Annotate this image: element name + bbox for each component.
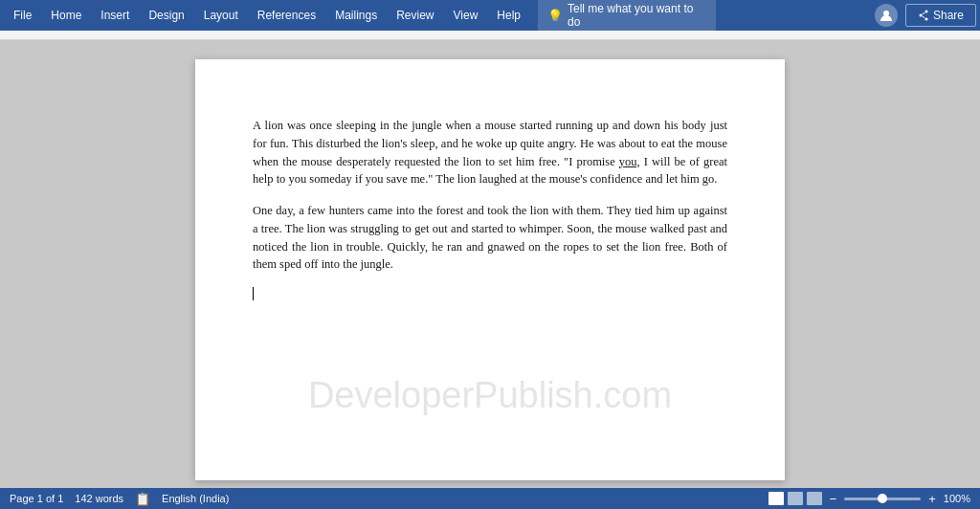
- menu-home[interactable]: Home: [41, 5, 91, 26]
- view-icons: [768, 492, 822, 505]
- svg-point-3: [924, 18, 927, 21]
- page-count: Page 1 of 1: [10, 493, 63, 504]
- menu-layout[interactable]: Layout: [194, 5, 248, 26]
- print-layout-icon[interactable]: [768, 492, 784, 505]
- watermark: DeveloperPublish.com: [195, 368, 785, 423]
- menu-references[interactable]: References: [248, 5, 325, 26]
- tell-me-box[interactable]: 💡 Tell me what you want to do: [538, 0, 716, 32]
- zoom-slider[interactable]: [844, 498, 921, 500]
- spelling-icon[interactable]: 📋: [135, 492, 150, 506]
- read-mode-icon[interactable]: [807, 492, 822, 505]
- user-avatar[interactable]: [875, 4, 898, 27]
- zoom-out-icon[interactable]: −: [830, 492, 837, 506]
- menu-design[interactable]: Design: [139, 5, 193, 26]
- menu-mailings[interactable]: Mailings: [325, 5, 387, 26]
- share-label: Share: [933, 9, 964, 22]
- svg-point-1: [924, 11, 927, 13]
- status-right: − + 100%: [768, 492, 970, 506]
- zoom-level: 100%: [944, 493, 970, 504]
- svg-point-2: [919, 14, 922, 17]
- menu-file[interactable]: File: [4, 5, 41, 26]
- zoom-thumb: [878, 494, 887, 503]
- menu-bar: File Home Insert Design Layout Reference…: [0, 0, 980, 31]
- lightbulb-icon: 💡: [547, 9, 563, 23]
- web-layout-icon[interactable]: [788, 492, 803, 505]
- text-cursor: [253, 287, 254, 300]
- menu-view[interactable]: View: [444, 5, 488, 26]
- ribbon: [0, 31, 980, 40]
- svg-line-4: [922, 12, 924, 14]
- menu-insert[interactable]: Insert: [91, 5, 139, 26]
- document-area: A lion was once sleeping in the jungle w…: [0, 40, 980, 488]
- word-count: 142 words: [75, 493, 123, 504]
- menu-help[interactable]: Help: [487, 5, 530, 26]
- paragraph-1: A lion was once sleeping in the jungle w…: [253, 117, 727, 188]
- tell-me-text: Tell me what you want to do: [568, 2, 706, 29]
- cursor-line: [253, 287, 727, 300]
- svg-line-5: [922, 16, 924, 18]
- zoom-in-icon[interactable]: +: [928, 492, 936, 506]
- paragraph-2: One day, a few hunters came into the for…: [253, 202, 727, 274]
- status-bar: Page 1 of 1 142 words 📋 English (India) …: [0, 488, 980, 509]
- underline-you: you,: [619, 155, 640, 168]
- share-button[interactable]: Share: [905, 4, 976, 27]
- language[interactable]: English (India): [162, 493, 229, 504]
- document-page[interactable]: A lion was once sleeping in the jungle w…: [195, 59, 785, 480]
- menu-review[interactable]: Review: [387, 5, 443, 26]
